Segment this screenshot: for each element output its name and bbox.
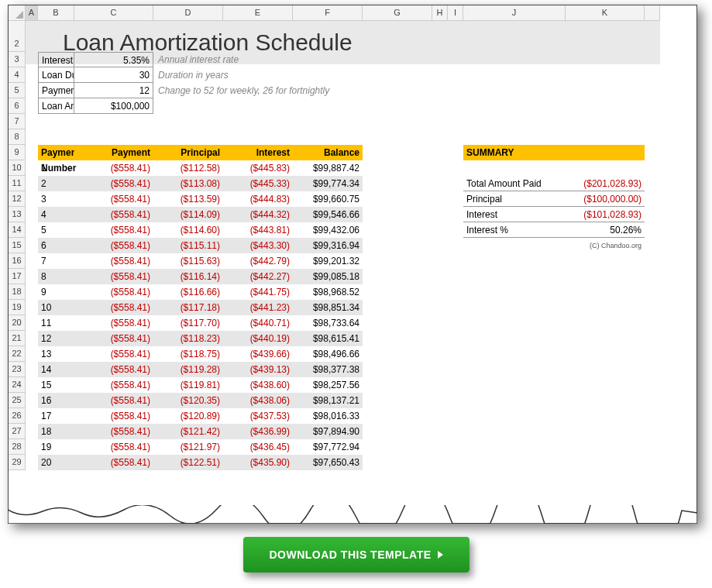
row-header-2[interactable]: 2 <box>9 36 26 52</box>
row-header-10[interactable]: 10 <box>9 160 26 176</box>
row-header-28[interactable]: 28 <box>9 439 26 455</box>
payment-number: 12 <box>38 331 74 346</box>
col-header-K[interactable]: K <box>566 5 645 21</box>
row-header-18[interactable]: 18 <box>9 284 26 300</box>
row-header-27[interactable]: 27 <box>9 424 26 439</box>
row-header-22[interactable]: 22 <box>9 346 26 362</box>
principal-value: ($116.14) <box>153 269 223 284</box>
balance-value: $99,774.34 <box>293 176 363 191</box>
col-interest: Interest <box>223 145 293 160</box>
payment-number: 17 <box>38 408 74 424</box>
row-header-4[interactable]: 4 <box>9 67 26 83</box>
principal-value: ($120.35) <box>153 393 223 408</box>
row-header-17[interactable]: 17 <box>9 269 26 284</box>
row-header-3[interactable]: 3 <box>9 52 26 67</box>
row-header-6[interactable]: 6 <box>9 98 26 114</box>
principal-value: ($121.42) <box>153 424 223 439</box>
balance-value: $99,316.94 <box>293 238 363 253</box>
col-header-D[interactable]: D <box>153 5 223 21</box>
row-header-7[interactable]: 7 <box>9 114 26 129</box>
interest-value: ($439.66) <box>223 346 293 362</box>
amount-label: Loan Amount <box>38 98 74 114</box>
payment-number: 8 <box>38 269 74 284</box>
row-header-11[interactable]: 11 <box>9 176 26 191</box>
row-header-19[interactable]: 19 <box>9 300 26 315</box>
rate-label: Interest Rate (APR) <box>38 52 74 67</box>
summary-prin-value: ($100,000.00) <box>566 191 645 207</box>
rate-input[interactable]: 5.35% <box>74 52 153 67</box>
principal-value: ($122.51) <box>153 455 223 470</box>
payment-value: ($558.41) <box>74 424 153 439</box>
payment-number: 9 <box>38 284 74 300</box>
col-header-B[interactable]: B <box>38 5 74 21</box>
interest-value: ($436.45) <box>223 439 293 455</box>
row-header-5[interactable]: 5 <box>9 83 26 98</box>
select-all-triangle[interactable] <box>9 5 26 21</box>
download-template-button[interactable]: DOWNLOAD THIS TEMPLATE <box>242 537 469 573</box>
payment-value: ($558.41) <box>74 331 153 346</box>
payment-value: ($558.41) <box>74 408 153 424</box>
payment-number: 6 <box>38 238 74 253</box>
payment-number: 11 <box>38 315 74 331</box>
row-header-23[interactable]: 23 <box>9 362 26 377</box>
row-header-29[interactable]: 29 <box>9 455 26 470</box>
col-header-G[interactable]: G <box>363 5 432 21</box>
principal-value: ($115.63) <box>153 253 223 269</box>
duration-input[interactable]: 30 <box>74 67 153 83</box>
col-header-E[interactable]: E <box>223 5 293 21</box>
payment-value: ($558.41) <box>74 439 153 455</box>
payment-number: 5 <box>38 222 74 238</box>
row-header-24[interactable]: 24 <box>9 377 26 393</box>
payment-number: 16 <box>38 393 74 408</box>
row-header-9[interactable]: 9 <box>9 145 26 160</box>
interest-value: ($445.33) <box>223 176 293 191</box>
col-header-C[interactable]: C <box>74 5 153 21</box>
balance-value: $99,432.06 <box>293 222 363 238</box>
row-header-16[interactable]: 16 <box>9 253 26 269</box>
col-header-H[interactable]: H <box>432 5 448 21</box>
row-header-20[interactable]: 20 <box>9 315 26 331</box>
row-header-12[interactable]: 12 <box>9 191 26 207</box>
row-header-15[interactable]: 15 <box>9 238 26 253</box>
interest-value: ($443.30) <box>223 238 293 253</box>
principal-value: ($113.08) <box>153 176 223 191</box>
principal-value: ($118.23) <box>153 331 223 346</box>
row-header-26[interactable]: 26 <box>9 408 26 424</box>
payment-number: 3 <box>38 191 74 207</box>
spreadsheet-window: ABCDEFGHIJK1Loan Amortization Schedule23… <box>8 5 697 524</box>
col-header-I[interactable]: I <box>448 5 463 21</box>
row-header-21[interactable]: 21 <box>9 331 26 346</box>
balance-value: $99,660.75 <box>293 191 363 207</box>
interest-value: ($440.19) <box>223 331 293 346</box>
balance-value: $99,887.42 <box>293 160 363 176</box>
payment-value: ($558.41) <box>74 300 153 315</box>
col-header-J[interactable]: J <box>463 5 566 21</box>
col-header-A[interactable]: A <box>26 5 38 21</box>
col-header-blank[interactable] <box>645 5 660 21</box>
interest-value: ($437.53) <box>223 408 293 424</box>
summary-pct-value: 50.26% <box>566 222 645 238</box>
row-header-8[interactable]: 8 <box>9 129 26 145</box>
row-header-25[interactable]: 25 <box>9 393 26 408</box>
payment-value: ($558.41) <box>74 269 153 284</box>
balance-value: $98,968.52 <box>293 284 363 300</box>
row-header-13[interactable]: 13 <box>9 207 26 222</box>
download-label: DOWNLOAD THIS TEMPLATE <box>269 548 431 561</box>
balance-value: $98,733.64 <box>293 315 363 331</box>
payment-value: ($558.41) <box>74 393 153 408</box>
balance-value: $99,546.66 <box>293 207 363 222</box>
row-header-14[interactable]: 14 <box>9 222 26 238</box>
interest-value: ($439.13) <box>223 362 293 377</box>
col-balance: Balance <box>293 145 363 160</box>
payment-value: ($558.41) <box>74 160 153 176</box>
col-principal: Principal <box>153 145 223 160</box>
payment-value: ($558.41) <box>74 377 153 393</box>
payment-number: 18 <box>38 424 74 439</box>
summary-int-value: ($101,028.93) <box>566 207 645 222</box>
amount-input[interactable]: $100,000 <box>74 98 153 114</box>
interest-value: ($442.27) <box>223 269 293 284</box>
ppy-input[interactable]: 12 <box>74 83 153 98</box>
col-header-F[interactable]: F <box>293 5 363 21</box>
principal-value: ($115.11) <box>153 238 223 253</box>
duration-label: Loan Duration <box>38 67 74 83</box>
